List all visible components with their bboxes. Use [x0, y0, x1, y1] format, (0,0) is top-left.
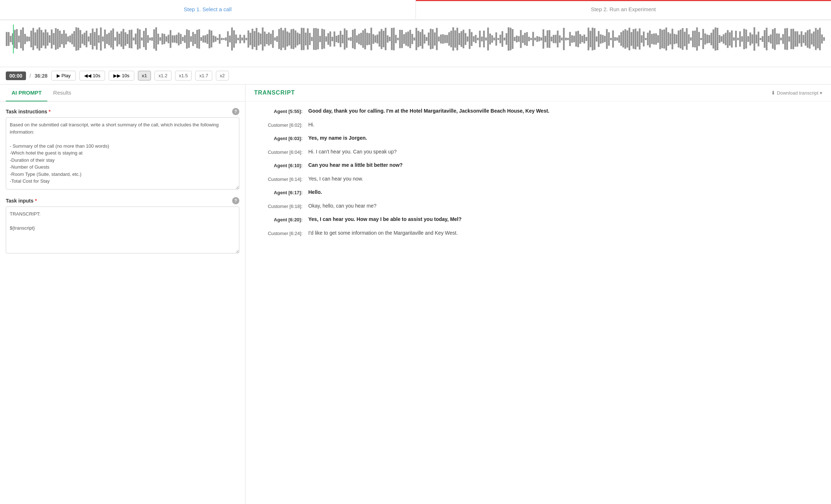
svg-rect-110	[231, 27, 233, 51]
svg-rect-313	[647, 32, 649, 45]
svg-rect-35	[78, 28, 79, 50]
svg-rect-37	[82, 34, 83, 44]
svg-rect-267	[553, 35, 554, 43]
svg-rect-73	[155, 27, 157, 51]
svg-rect-184	[383, 31, 384, 47]
svg-rect-302	[625, 29, 626, 49]
svg-rect-272	[563, 28, 565, 50]
svg-rect-89	[188, 30, 190, 48]
svg-rect-5	[16, 29, 18, 49]
svg-rect-197	[409, 30, 411, 48]
svg-rect-142	[297, 32, 299, 45]
svg-rect-102	[215, 36, 217, 42]
svg-rect-265	[549, 30, 551, 48]
speed-x2-button[interactable]: x2	[216, 71, 229, 81]
svg-rect-161	[336, 36, 338, 42]
svg-rect-48	[104, 30, 106, 49]
waveform-track[interactable]	[6, 25, 825, 53]
svg-rect-63	[135, 34, 137, 44]
speaker-text: Good day, thank you for calling. I'm at …	[308, 107, 822, 115]
svg-rect-325	[671, 29, 673, 49]
svg-rect-38	[84, 33, 86, 45]
tab-results-label: Results	[53, 90, 71, 96]
svg-rect-85	[180, 34, 182, 44]
svg-rect-205	[426, 37, 427, 41]
svg-rect-303	[627, 30, 628, 47]
svg-rect-370	[764, 30, 766, 48]
svg-rect-269	[557, 31, 559, 47]
svg-rect-191	[397, 38, 399, 40]
svg-rect-213	[442, 34, 444, 44]
svg-rect-208	[432, 29, 434, 49]
svg-rect-275	[569, 32, 571, 46]
svg-rect-0	[6, 32, 8, 46]
svg-rect-353	[729, 32, 731, 46]
svg-rect-232	[481, 36, 483, 41]
tab-ai-prompt[interactable]: AI PROMPT	[6, 84, 47, 101]
svg-rect-94	[198, 29, 200, 49]
svg-rect-13	[32, 28, 34, 50]
tab-results[interactable]: Results	[47, 84, 77, 101]
svg-rect-84	[178, 32, 180, 45]
speaker-label: Agent [6:17]:	[254, 188, 308, 196]
svg-rect-274	[567, 38, 569, 40]
tab-step1[interactable]: Step 1. Select a call	[0, 0, 416, 19]
play-button[interactable]: ▶ Play	[51, 71, 76, 81]
svg-rect-169	[352, 30, 354, 48]
svg-rect-300	[621, 32, 622, 46]
svg-rect-107	[225, 38, 227, 41]
svg-rect-132	[276, 36, 278, 42]
svg-rect-220	[457, 28, 458, 50]
svg-rect-177	[368, 33, 370, 45]
svg-rect-239	[495, 32, 497, 46]
svg-rect-384	[792, 29, 794, 49]
svg-rect-280	[579, 34, 581, 44]
transcript-line: Customer [6:24]:I'd like to get some inf…	[254, 229, 822, 237]
svg-rect-166	[346, 30, 348, 48]
svg-rect-380	[784, 28, 786, 49]
back-10s-button[interactable]: ◀◀ 10s	[79, 71, 105, 81]
svg-rect-268	[555, 35, 557, 43]
svg-rect-137	[286, 31, 288, 46]
svg-rect-10	[26, 36, 28, 42]
playhead	[13, 25, 14, 53]
transcript-line: Customer [6:14]:Yes, I can hear you now.	[254, 175, 822, 183]
speaker-label: Customer [6:02]:	[254, 121, 308, 129]
task-instructions-input[interactable]: Based on the submitted call transcript, …	[6, 117, 239, 190]
svg-rect-99	[209, 30, 210, 48]
task-instructions-help-icon[interactable]: ?	[232, 108, 239, 115]
svg-rect-90	[190, 36, 192, 42]
svg-rect-299	[618, 35, 620, 43]
svg-rect-20	[47, 32, 49, 46]
svg-rect-298	[616, 38, 618, 41]
speed-x15-button[interactable]: x1.5	[175, 71, 192, 81]
svg-rect-97	[204, 35, 206, 43]
svg-rect-58	[125, 32, 126, 45]
speed-x12-button[interactable]: x1.2	[155, 71, 171, 81]
svg-rect-378	[780, 38, 782, 40]
svg-rect-75	[160, 37, 161, 41]
svg-rect-368	[760, 38, 761, 40]
svg-rect-256	[530, 38, 532, 40]
task-inputs-input[interactable]: TRANSCRIPT: ${transcript}	[6, 207, 239, 253]
speed-x17-button[interactable]: x1.7	[195, 71, 212, 81]
transcript-line: Agent [6:10]:Can you hear me a little bi…	[254, 161, 822, 169]
svg-rect-53	[114, 37, 116, 41]
tab-step2[interactable]: Step 2. Run an Experiment	[416, 0, 831, 19]
svg-rect-315	[651, 34, 653, 44]
svg-rect-93	[196, 30, 198, 48]
svg-rect-129	[270, 34, 272, 44]
download-icon: ⬇	[771, 90, 775, 96]
svg-rect-398	[821, 34, 823, 43]
svg-rect-188	[391, 28, 393, 50]
svg-rect-39	[86, 31, 87, 47]
download-transcript-button[interactable]: ⬇ Download transcript ▾	[771, 90, 822, 96]
fwd-10s-button[interactable]: ▶▶ 10s	[109, 71, 134, 81]
speed-x1-button[interactable]: x1	[138, 71, 151, 81]
svg-rect-123	[258, 32, 260, 46]
task-inputs-help-icon[interactable]: ?	[232, 197, 239, 204]
svg-rect-47	[102, 36, 104, 42]
svg-rect-255	[528, 37, 530, 41]
svg-rect-359	[741, 36, 743, 42]
svg-rect-261	[540, 38, 542, 41]
